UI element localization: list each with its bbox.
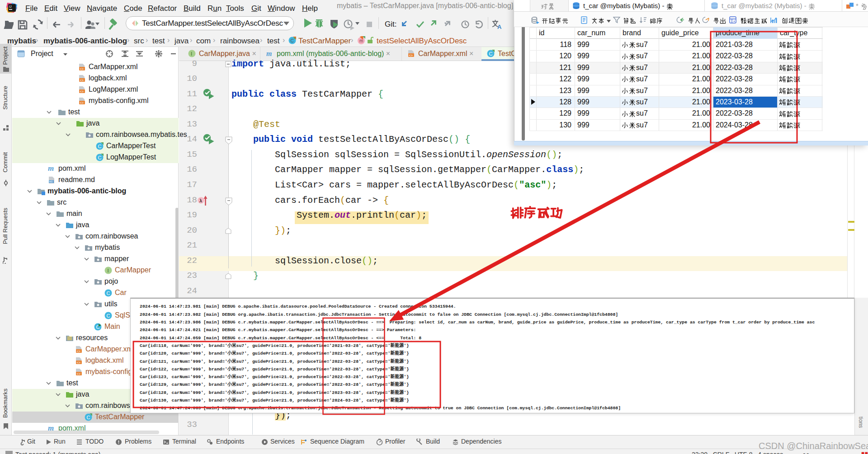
svg-text:<>: <> xyxy=(80,67,84,71)
svg-text:C: C xyxy=(107,290,110,296)
svg-text:m: m xyxy=(48,164,54,172)
svg-text:C: C xyxy=(87,415,90,420)
svg-text:C: C xyxy=(98,144,102,149)
svg-text:λ: λ xyxy=(199,198,202,203)
svg-text:MD: MD xyxy=(49,180,53,183)
svg-text:I: I xyxy=(108,268,109,273)
svg-text:<>: <> xyxy=(77,350,80,353)
svg-text:IJ: IJ xyxy=(9,5,11,8)
svg-text:<>: <> xyxy=(80,79,84,82)
svg-text:C: C xyxy=(291,38,294,43)
svg-text:C: C xyxy=(489,51,493,56)
svg-text:<>: <> xyxy=(409,54,413,57)
svg-text:I: I xyxy=(191,51,192,56)
svg-text:<>: <> xyxy=(80,101,84,105)
svg-text:<>: <> xyxy=(80,90,84,94)
svg-text:C: C xyxy=(98,155,102,160)
svg-text:Git:: Git: xyxy=(385,20,396,28)
svg-text:<>: <> xyxy=(77,361,80,365)
svg-text:A: A xyxy=(497,23,502,30)
svg-text:C: C xyxy=(107,313,110,318)
svg-text:<>: <> xyxy=(77,372,80,376)
